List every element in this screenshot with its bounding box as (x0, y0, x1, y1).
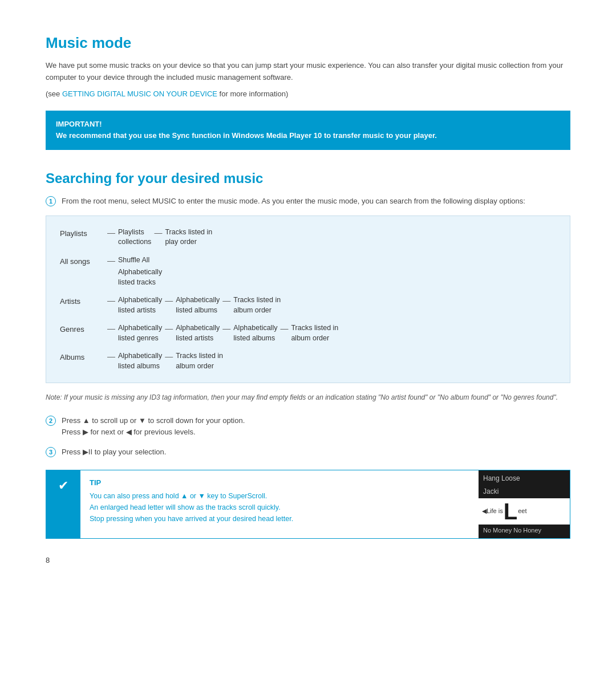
dash-8: — (107, 323, 115, 333)
allsongs-alpha: — Alphabeticallylisted tracks (104, 267, 162, 287)
alphabetically-listed-tracks: Alphabeticallylisted tracks (118, 267, 162, 287)
dash-13: — (165, 351, 173, 361)
dash-12: — (107, 351, 115, 361)
tip-content: TIP You can also press and hold ▲ or ▼ k… (80, 470, 479, 538)
tip-body: You can also press and hold ▲ or ▼ key t… (90, 490, 469, 525)
dash-9: — (165, 323, 173, 333)
artists-node3: — Tracks listed inalbum order (220, 295, 281, 315)
playlists-collections: Playlistscollections (118, 227, 151, 247)
genres-node3: — Alphabeticallylisted albums (220, 323, 277, 343)
dash-5: — (107, 295, 115, 305)
allsongs-nodes: — Shuffle All — Alphabeticallylisted tra… (104, 255, 162, 288)
step-2-text: Press ▲ to scroll up or ▼ to scroll down… (62, 415, 245, 439)
albums-nodes: — Alphabeticallylisted albums — Tracks l… (104, 351, 223, 371)
step-3-number: 3 (46, 447, 56, 457)
screen-row-3: ◀Life is L eet (479, 498, 570, 525)
important-box: IMPORTANT! We recommend that you use the… (46, 111, 570, 151)
screen-row-4: No Money No Honey (479, 525, 570, 538)
artists-tracks-album-order: Tracks listed inalbum order (233, 295, 281, 315)
tip-line-2: An enlarged head letter will show as the… (90, 503, 281, 511)
music-mode-intro: We have put some music tracks on your de… (46, 60, 570, 84)
music-diagram: Playlists — Playlistscollections — Track… (46, 216, 570, 384)
diagram-label-genres: Genres (60, 323, 104, 335)
playlists-node1: — Playlistscollections (104, 227, 151, 247)
screen-letter-L: L (504, 500, 517, 523)
diagram-label-albums: Albums (60, 351, 104, 363)
see-line: (see GETTING DIGITAL MUSIC ON YOUR DEVIC… (46, 90, 570, 98)
diagram-label-playlists: Playlists (60, 227, 104, 239)
diagram-playlists-row: Playlists — Playlistscollections — Track… (60, 227, 556, 247)
screen-row-2: Jacki (479, 485, 570, 498)
see-link[interactable]: GETTING DIGITAL MUSIC ON YOUR DEVICE (62, 90, 217, 98)
page-number: 8 (46, 556, 570, 564)
artists-node2: — Alphabeticallylisted albums (162, 295, 220, 315)
dash-7: — (222, 295, 230, 305)
genres-tracks-album-order: Tracks listed inalbum order (291, 323, 338, 343)
tip-icon-area: ✔ (46, 470, 80, 538)
step-1: 1 From the root menu, select MUSIC to en… (46, 196, 570, 208)
step-3: 3 Press ▶II to play your selection. (46, 446, 570, 458)
playlists-tracks-play-order: Tracks listed inplay order (165, 227, 212, 247)
see-prefix: (see (46, 90, 62, 98)
diagram-artists-row: Artists — Alphabeticallylisted artists —… (60, 295, 556, 315)
dash-6: — (165, 295, 173, 305)
step-2-number: 2 (46, 416, 56, 426)
important-label: IMPORTANT! (56, 119, 560, 131)
diagram-label-artists: Artists (60, 295, 104, 307)
albums-node2: — Tracks listed inalbum order (162, 351, 223, 371)
see-suffix: for more information) (217, 90, 288, 98)
screen-life-suffix: eet (518, 507, 526, 515)
music-mode-title: Music mode (46, 34, 570, 52)
tip-label: TIP (90, 478, 469, 487)
genres-node4: — Tracks listed inalbum order (277, 323, 338, 343)
artists-alpha-artists: Alphabeticallylisted artists (118, 295, 162, 315)
shuffle-all: Shuffle All (118, 255, 149, 266)
playlists-node2: — Tracks listed inplay order (151, 227, 212, 247)
artists-nodes: — Alphabeticallylisted artists — Alphabe… (104, 295, 281, 315)
diagram-genres-row: Genres — Alphabeticallylisted genres — A… (60, 323, 556, 343)
diagram-albums-row: Albums — Alphabeticallylisted albums — T… (60, 351, 556, 371)
genres-alpha-albums: Alphabeticallylisted albums (233, 323, 277, 343)
dash-10: — (222, 323, 230, 333)
albums-tracks-album-order: Tracks listed inalbum order (176, 351, 223, 371)
dash-1: — (107, 227, 115, 237)
diagram-note: Note: If your music is missing any ID3 t… (46, 392, 570, 403)
genres-node2: — Alphabeticallylisted artists (162, 323, 220, 343)
dash-3: — (107, 255, 115, 265)
tip-box: ✔ TIP You can also press and hold ▲ or ▼… (46, 470, 570, 539)
tip-line-1: You can also press and hold ▲ or ▼ key t… (90, 492, 267, 500)
important-body: We recommend that you use the Sync funct… (56, 130, 560, 142)
genres-alpha-genres: Alphabeticallylisted genres (118, 323, 162, 343)
albums-node1: — Alphabeticallylisted albums (104, 351, 162, 371)
step-1-number: 1 (46, 196, 56, 206)
screen-row-1: Hang Loose (479, 470, 570, 485)
genres-nodes: — Alphabeticallylisted genres — Alphabet… (104, 323, 338, 343)
diagram-label-allsongs: All songs (60, 255, 104, 267)
step-2: 2 Press ▲ to scroll up or ▼ to scroll do… (46, 415, 570, 439)
genres-node1: — Alphabeticallylisted genres (104, 323, 162, 343)
allsongs-shuffle: — Shuffle All (104, 255, 162, 266)
artists-alpha-albums: Alphabeticallylisted albums (176, 295, 220, 315)
tip-line-3: Stop pressing when you have arrived at y… (90, 515, 293, 523)
genres-alpha-artists: Alphabeticallylisted artists (176, 323, 220, 343)
tip-checkmark-icon: ✔ (58, 478, 68, 493)
searching-title: Searching for your desired music (46, 170, 570, 186)
tip-screen: Hang Loose Jacki ◀Life is L eet No Money… (479, 470, 570, 538)
step-1-text: From the root menu, select MUSIC to ente… (62, 196, 525, 208)
dash-11: — (280, 323, 288, 333)
artists-node1: — Alphabeticallylisted artists (104, 295, 162, 315)
dash-2: — (154, 227, 162, 237)
diagram-playlists-nodes: — Playlistscollections — Tracks listed i… (104, 227, 212, 247)
screen-life-prefix: ◀Life is (482, 507, 503, 515)
diagram-allsongs-row: All songs — Shuffle All — Alphabetically… (60, 255, 556, 288)
albums-alpha-albums: Alphabeticallylisted albums (118, 351, 162, 371)
step-3-text: Press ▶II to play your selection. (62, 446, 166, 458)
